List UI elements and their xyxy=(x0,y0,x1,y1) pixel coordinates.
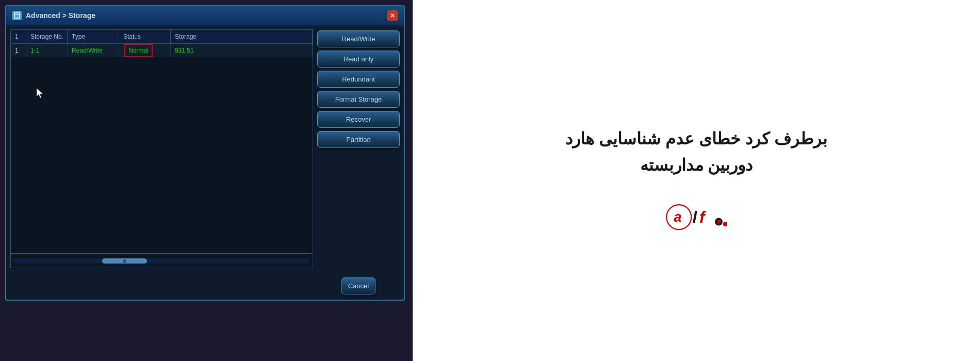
article-panel: برطرف کرد خطای عدم شناسایی هارد دوربین م… xyxy=(413,0,980,361)
action-buttons-panel: Read/Write Read only Redundant Format St… xyxy=(317,29,400,268)
dialog-window: Advanced > Storage × 1 Storage No. Type … xyxy=(5,5,405,301)
col-header-storage: Storage xyxy=(171,30,313,43)
col-header-type: Type xyxy=(68,30,119,43)
svg-rect-0 xyxy=(14,13,20,18)
dialog-footer: Cancel xyxy=(6,272,404,300)
window-icon xyxy=(12,11,22,20)
article-title-line2: دوربین مداربسته xyxy=(565,152,827,178)
title-bar-left: Advanced > Storage xyxy=(12,11,95,20)
redundant-button[interactable]: Redundant xyxy=(317,71,400,88)
storage-table: 1 Storage No. Type Status Storage 1 1-1 … xyxy=(10,29,313,268)
row-num: 1 xyxy=(11,44,26,57)
col-header-storage-no: Storage No. xyxy=(26,30,68,43)
row-type: Read/Write xyxy=(68,44,119,57)
close-button[interactable]: × xyxy=(387,10,398,21)
svg-text:a: a xyxy=(674,209,682,225)
recover-button[interactable]: Recover xyxy=(317,111,400,128)
dialog-title: Advanced > Storage xyxy=(26,11,95,20)
partition-button[interactable]: Partition xyxy=(317,131,400,148)
scrollbar-track[interactable]: ||| xyxy=(13,258,311,264)
table-scrollbar[interactable]: ||| xyxy=(11,253,313,268)
cancel-btn-wrap: Cancel xyxy=(317,277,400,294)
svg-marker-2 xyxy=(37,88,43,98)
table-row[interactable]: 1 1-1 Read/Write Normal 931.51 xyxy=(11,44,313,57)
row-storage-no: 1-1 xyxy=(26,44,68,57)
dvr-panel: Advanced > Storage × 1 Storage No. Type … xyxy=(0,0,413,361)
row-storage-size: 931.51 xyxy=(171,44,313,57)
scrollbar-grip-icon: ||| xyxy=(123,258,126,263)
svg-point-8 xyxy=(717,220,721,224)
svg-text:f: f xyxy=(699,208,707,226)
scrollbar-thumb[interactable]: ||| xyxy=(102,258,147,264)
col-header-status: Status xyxy=(119,30,171,43)
table-body xyxy=(11,57,313,253)
svg-point-9 xyxy=(723,222,727,226)
logo-area: a l f xyxy=(665,199,727,235)
table-header: 1 Storage No. Type Status Storage xyxy=(11,30,313,44)
svg-text:l: l xyxy=(693,208,698,226)
read-write-button[interactable]: Read/Write xyxy=(317,30,400,47)
row-status-cell: Normal xyxy=(119,44,171,57)
dialog-content: 1 Storage No. Type Status Storage 1 1-1 … xyxy=(6,25,404,272)
mouse-cursor xyxy=(37,88,46,97)
format-storage-button[interactable]: Format Storage xyxy=(317,91,400,108)
read-only-button[interactable]: Read only xyxy=(317,51,400,68)
brand-logo: a l f xyxy=(665,199,727,235)
article-title: برطرف کرد خطای عدم شناسایی هارد دوربین م… xyxy=(565,126,827,178)
cancel-button[interactable]: Cancel xyxy=(341,277,375,294)
status-badge: Normal xyxy=(124,44,153,57)
col-header-num: 1 xyxy=(11,30,26,43)
title-bar: Advanced > Storage × xyxy=(6,6,404,25)
article-title-line1: برطرف کرد خطای عدم شناسایی هارد xyxy=(565,126,827,152)
